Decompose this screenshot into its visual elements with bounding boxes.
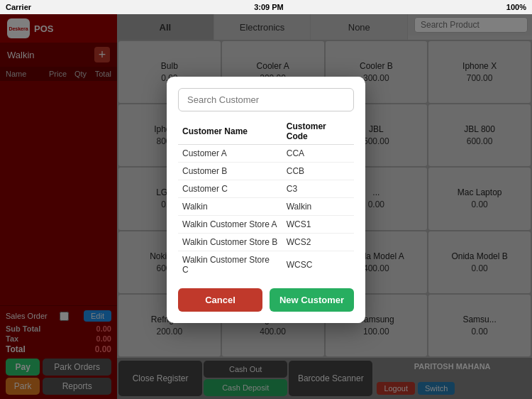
- customer-code-cell: CCA: [282, 144, 354, 162]
- modal-new-customer-button[interactable]: New Customer: [270, 288, 354, 312]
- customer-code-cell: CCB: [282, 162, 354, 180]
- customer-row[interactable]: Customer BCCB: [178, 162, 354, 180]
- customer-row[interactable]: Customer ACCA: [178, 144, 354, 162]
- customer-code-header: Customer Code: [282, 119, 354, 145]
- customer-name-cell: Customer B: [178, 162, 282, 180]
- customer-row[interactable]: Walkin Customer Store BWCS2: [178, 233, 354, 251]
- customer-name-cell: Customer A: [178, 144, 282, 162]
- customer-name-cell: Customer C: [178, 180, 282, 197]
- customer-table: Customer Name Customer Code Customer ACC…: [178, 119, 354, 278]
- carrier-label: Carrier: [6, 3, 31, 11]
- search-customer-input[interactable]: [178, 88, 354, 111]
- battery-label: 100%: [506, 3, 526, 11]
- customer-code-cell: WCS2: [282, 233, 354, 251]
- customer-name-cell: Walkin: [178, 197, 282, 215]
- customer-row[interactable]: Walkin Customer Store CWCSC: [178, 251, 354, 278]
- customer-code-cell: Walkin: [282, 197, 354, 215]
- customer-name-cell: Walkin Customer Store A: [178, 215, 282, 233]
- customer-name-cell: Walkin Customer Store C: [178, 251, 282, 278]
- customer-row[interactable]: Walkin Customer Store AWCS1: [178, 215, 354, 233]
- time-label: 3:09 PM: [254, 3, 284, 11]
- modal-overlay: Customer Name Customer Code Customer ACC…: [0, 0, 532, 399]
- modal-cancel-button[interactable]: Cancel: [178, 288, 262, 312]
- status-bar: Carrier 3:09 PM 100%: [0, 0, 532, 14]
- customer-row[interactable]: WalkinWalkin: [178, 197, 354, 215]
- customer-name-cell: Walkin Customer Store B: [178, 233, 282, 251]
- search-customer-modal: Customer Name Customer Code Customer ACC…: [167, 77, 365, 323]
- customer-row[interactable]: Customer CC3: [178, 180, 354, 197]
- modal-actions: Cancel New Customer: [178, 288, 354, 312]
- customer-code-cell: C3: [282, 180, 354, 197]
- customer-name-header: Customer Name: [178, 119, 282, 145]
- customer-code-cell: WCSC: [282, 251, 354, 278]
- customer-code-cell: WCS1: [282, 215, 354, 233]
